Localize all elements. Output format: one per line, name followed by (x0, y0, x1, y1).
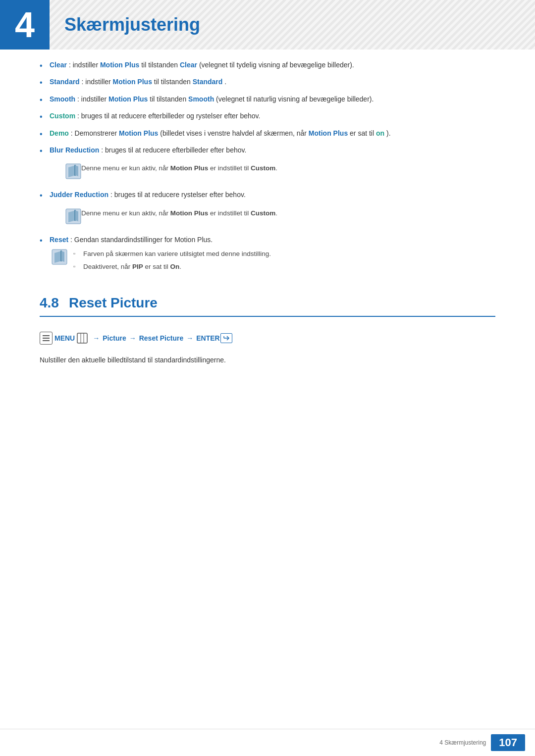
note-icon-2 (65, 208, 81, 224)
list-item-custom: Custom : bruges til at reducere efterbil… (40, 110, 495, 121)
list-item-demo: Demo : Demonstrerer Motion Plus (billede… (40, 128, 495, 139)
list-item-smooth: Smooth : indstiller Motion Plus til tils… (40, 94, 495, 104)
footer-page-number: 107 (491, 734, 525, 751)
label-standard: Standard (50, 78, 80, 86)
note-judder-reduction-text: Denne menu er kun aktiv, når Motion Plus… (81, 208, 277, 218)
enter-icon (220, 333, 232, 343)
list-item-judder-reduction: Judder Reduction : bruges til at reducer… (40, 189, 495, 228)
label-custom: Custom (50, 112, 75, 120)
list-item-clear: Clear : indstiller Motion Plus til tilst… (40, 59, 495, 70)
menu-enter-label: ENTER (196, 334, 219, 342)
page-container: 4 Skærmjustering Clear : indstiller Moti… (0, 0, 535, 756)
arrow-1: → (93, 334, 100, 342)
label-smooth: Smooth (50, 95, 75, 103)
section-4-8-header: 4.8 Reset Picture (40, 295, 495, 317)
label-judder-reduction: Judder Reduction (50, 191, 108, 199)
svg-rect-9 (77, 333, 87, 343)
footer-chapter-text: 4 Skærmjustering (439, 739, 486, 746)
reset-sub-note-1: Farven på skærmen kan variere utilsigtet… (73, 249, 271, 259)
list-item-standard: Standard : indstiller Motion Plus til ti… (40, 76, 495, 87)
menu-icon (40, 332, 53, 345)
note-icon-reset (52, 249, 67, 265)
page-footer: 4 Skærmjustering 107 (0, 729, 535, 756)
chapter-title: Skærmjustering (64, 14, 200, 35)
menu-grid-icon (77, 333, 88, 344)
label-clear: Clear (50, 61, 67, 69)
menu-path: MENU → Picture → Reset Picture → ENTER (40, 332, 495, 345)
label-blur-reduction: Blur Reduction (50, 146, 99, 154)
svg-rect-8 (43, 340, 50, 341)
arrow-2: → (129, 334, 136, 342)
note-icon (65, 163, 81, 179)
reset-sub-notes: Farven på skærmen kan variere utilsigtet… (73, 249, 271, 275)
arrow-3: → (186, 334, 193, 342)
label-demo: Demo (50, 129, 69, 137)
menu-label: MENU (54, 334, 75, 342)
bullet-list: Clear : indstiller Motion Plus til tilst… (40, 59, 495, 275)
section-number: 4.8 (40, 295, 59, 311)
section-description: Nulstiller den aktuelle billedtilstand t… (40, 354, 495, 366)
chapter-title-block: Skærmjustering (50, 0, 215, 50)
chapter-header: 4 Skærmjustering (0, 0, 535, 50)
section-title: Reset Picture (69, 295, 158, 311)
svg-rect-6 (43, 335, 50, 336)
note-blur-reduction: Denne menu er kun aktiv, når Motion Plus… (59, 159, 495, 183)
main-content: Clear : indstiller Motion Plus til tilst… (0, 50, 535, 386)
label-reset: Reset (50, 236, 68, 244)
note-judder-reduction: Denne menu er kun aktiv, når Motion Plus… (59, 204, 495, 228)
menu-reset-picture: Reset Picture (139, 334, 183, 342)
reset-sub-note-2: Deaktiveret, når PIP er sat til On. (73, 262, 271, 272)
chapter-number: 4 (0, 0, 50, 50)
note-blur-reduction-text: Denne menu er kun aktiv, når Motion Plus… (81, 163, 277, 173)
list-item-reset: Reset : Gendan standardindstillinger for… (40, 234, 495, 275)
svg-rect-7 (43, 338, 50, 339)
menu-picture: Picture (103, 334, 126, 342)
list-item-blur-reduction: Blur Reduction : bruges til at reducere … (40, 145, 495, 183)
